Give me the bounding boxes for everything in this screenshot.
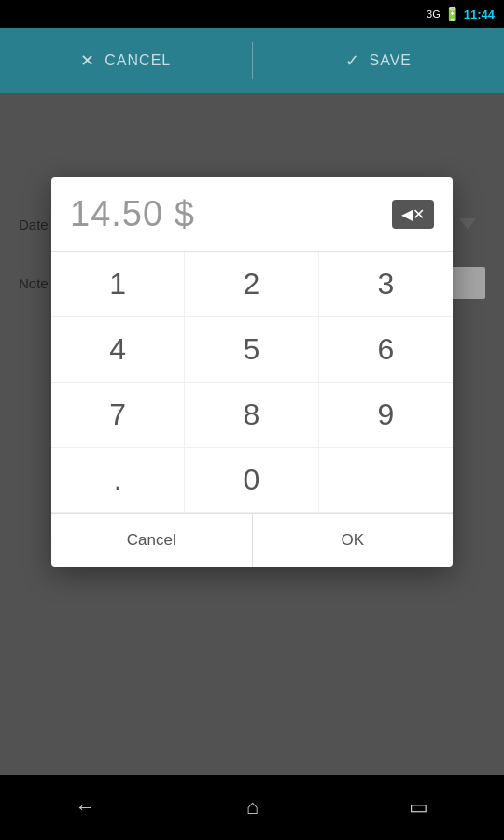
dialog-ok-button[interactable]: OK bbox=[253, 514, 454, 567]
content-area: 14.50 $ ◀✕ 1 2 3 4 5 6 7 8 9 . 0 bbox=[0, 93, 504, 775]
recents-icon: ▭ bbox=[409, 795, 428, 819]
cancel-icon: ✕ bbox=[80, 50, 95, 71]
key-1[interactable]: 1 bbox=[51, 252, 185, 317]
key-5[interactable]: 5 bbox=[185, 317, 318, 383]
key-2[interactable]: 2 bbox=[185, 252, 318, 317]
key-4[interactable]: 4 bbox=[51, 317, 185, 383]
save-icon: ✓ bbox=[345, 50, 360, 71]
home-icon: ⌂ bbox=[246, 795, 259, 819]
clock: 11:44 bbox=[464, 7, 495, 21]
back-icon: ← bbox=[76, 795, 96, 819]
key-9[interactable]: 9 bbox=[319, 383, 453, 448]
home-button[interactable]: ⌂ bbox=[228, 786, 277, 829]
toolbar: ✕ CANCEL ✓ SAVE bbox=[0, 28, 504, 93]
status-icons: 3G 🔋 11:44 bbox=[427, 7, 495, 21]
save-button[interactable]: ✓ SAVE bbox=[253, 28, 505, 93]
amount-text: 14.50 $ bbox=[70, 194, 195, 234]
cancel-label: CANCEL bbox=[105, 52, 171, 69]
numpad-dialog: 14.50 $ ◀✕ 1 2 3 4 5 6 7 8 9 . 0 bbox=[51, 177, 453, 567]
battery-icon: 🔋 bbox=[444, 7, 460, 21]
save-label: SAVE bbox=[370, 52, 413, 69]
key-7[interactable]: 7 bbox=[51, 383, 185, 448]
key-8[interactable]: 8 bbox=[185, 383, 318, 448]
amount-display-row: 14.50 $ ◀✕ bbox=[51, 177, 453, 252]
key-dot[interactable]: . bbox=[51, 448, 185, 513]
back-button[interactable]: ← bbox=[57, 786, 115, 829]
dialog-cancel-button[interactable]: Cancel bbox=[51, 514, 253, 567]
numpad-grid: 1 2 3 4 5 6 7 8 9 . 0 bbox=[51, 252, 453, 514]
key-0[interactable]: 0 bbox=[185, 448, 318, 513]
backspace-button[interactable]: ◀✕ bbox=[392, 200, 434, 229]
key-6[interactable]: 6 bbox=[319, 317, 453, 383]
modal-backdrop: 14.50 $ ◀✕ 1 2 3 4 5 6 7 8 9 . 0 bbox=[0, 93, 504, 775]
key-empty bbox=[319, 448, 453, 513]
key-3[interactable]: 3 bbox=[319, 252, 453, 317]
recents-button[interactable]: ▭ bbox=[390, 786, 447, 829]
bottom-nav: ← ⌂ ▭ bbox=[0, 775, 504, 840]
network-indicator: 3G bbox=[427, 8, 441, 20]
status-bar: 3G 🔋 11:44 bbox=[0, 0, 504, 28]
dialog-buttons: Cancel OK bbox=[51, 514, 453, 567]
backspace-icon: ◀✕ bbox=[401, 205, 425, 223]
cancel-button[interactable]: ✕ CANCEL bbox=[0, 28, 252, 93]
